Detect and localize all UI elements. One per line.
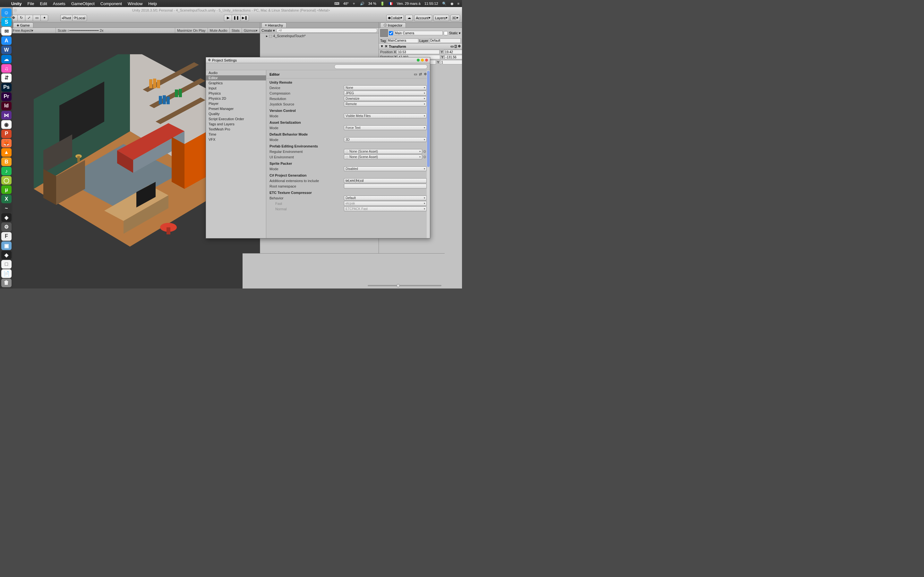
transform-tool[interactable]: ✦ bbox=[40, 15, 48, 21]
dock-app-icon[interactable]: µ bbox=[1, 185, 11, 194]
dock-app-icon[interactable]: ◉ bbox=[1, 120, 11, 129]
db-mode-dropdown[interactable]: 3D bbox=[344, 137, 427, 142]
game-tab[interactable]: ◈ Game bbox=[13, 23, 33, 27]
transform-header[interactable]: ▼ ⤧ Transform▭ ⍰ ✲ bbox=[379, 43, 462, 49]
inspector-tab[interactable]: ⓘ Inspector bbox=[380, 23, 406, 27]
project-settings-search[interactable] bbox=[334, 64, 427, 69]
dock-app-icon[interactable]: ▣ bbox=[1, 242, 11, 250]
dock-app-icon[interactable]: ◈ bbox=[1, 251, 11, 259]
settings-category-input[interactable]: Input bbox=[206, 85, 266, 91]
compression-dropdown[interactable]: JPEG bbox=[344, 91, 427, 95]
device-dropdown[interactable]: None bbox=[344, 85, 427, 90]
project-settings-titlebar[interactable]: ✲ Project Settings bbox=[206, 57, 430, 63]
keyboard-icon[interactable]: ⌨ bbox=[334, 2, 339, 6]
dock-app-icon[interactable]: ⋈ bbox=[1, 111, 11, 119]
spotlight-icon[interactable]: 🔍 bbox=[442, 2, 447, 6]
app-menu[interactable]: Unity bbox=[8, 1, 25, 6]
rect-tool[interactable]: ▭ bbox=[33, 15, 40, 21]
sp-mode-dropdown[interactable]: Disabled bbox=[344, 166, 427, 171]
static-checkbox[interactable] bbox=[444, 31, 448, 35]
dock-app-icon[interactable]: ⇵ bbox=[1, 73, 11, 82]
dock-app-icon[interactable]: S bbox=[1, 18, 11, 26]
dock-app-icon[interactable]: ▲ bbox=[1, 148, 11, 157]
menu-window[interactable]: Window bbox=[125, 1, 145, 6]
step-button[interactable]: ▶❚ bbox=[240, 15, 249, 21]
settings-category-quality[interactable]: Quality bbox=[206, 111, 266, 116]
play-button[interactable]: ▶ bbox=[224, 15, 232, 21]
etc-normal-dropdown[interactable]: ETCPACK Fast bbox=[344, 206, 427, 211]
project-settings-scrollbar[interactable] bbox=[427, 70, 430, 238]
menu-component[interactable]: Component bbox=[97, 1, 125, 6]
local-toggle[interactable]: ⟳ Local bbox=[72, 15, 87, 21]
layers-dropdown[interactable]: Layers ▾ bbox=[433, 15, 449, 21]
dock-app-icon[interactable]: □ bbox=[1, 260, 11, 269]
menu-edit[interactable]: Edit bbox=[37, 1, 50, 6]
vc-mode-dropdown[interactable]: Visible Meta Files bbox=[344, 113, 427, 118]
stats-toggle[interactable]: Stats bbox=[230, 28, 242, 33]
settings-category-player[interactable]: Player bbox=[206, 101, 266, 106]
dock-app-icon[interactable]: Id bbox=[1, 102, 11, 110]
menu-file[interactable]: File bbox=[25, 1, 37, 6]
dock-app-icon[interactable]: W bbox=[1, 45, 11, 54]
gizmos-dropdown[interactable]: Gizmos ▾ bbox=[242, 28, 260, 33]
settings-menu-icon[interactable]: ✲ bbox=[424, 72, 427, 76]
wifi-icon[interactable]: ᯤ bbox=[352, 2, 356, 5]
dock-app-icon[interactable]: 📄 bbox=[1, 269, 11, 278]
mute-toggle[interactable]: Mute Audio bbox=[208, 28, 230, 33]
maximize-toggle[interactable]: Maximize On Play bbox=[175, 28, 208, 33]
tag-dropdown[interactable]: MainCamera bbox=[387, 39, 418, 43]
settings-category-script-execution-order[interactable]: Script Execution Order bbox=[206, 116, 266, 121]
dock-app-icon[interactable]: B bbox=[1, 157, 11, 166]
scl-y[interactable] bbox=[440, 60, 462, 64]
dock-app-icon[interactable]: ♪ bbox=[1, 167, 11, 175]
settings-category-editor[interactable]: Editor bbox=[206, 75, 266, 81]
ui-env-picker[interactable]: ⊙ bbox=[422, 155, 427, 159]
gameobject-name-field[interactable] bbox=[394, 31, 443, 35]
input-flag[interactable]: 🇫🇷 bbox=[389, 2, 393, 6]
volume-icon[interactable]: 🔊 bbox=[360, 2, 365, 6]
dock-app-icon[interactable]: ◈ bbox=[1, 213, 11, 222]
settings-category-preset-manager[interactable]: Preset Manager bbox=[206, 106, 266, 111]
hierarchy-scene-root[interactable]: ▸ ⬚ 4_SceneInputTouch* bbox=[260, 33, 379, 39]
regular-env-field[interactable]: None (Scene Asset) bbox=[344, 149, 422, 154]
dock-app-icon[interactable]: ✉ bbox=[1, 27, 11, 35]
pos-x[interactable] bbox=[397, 50, 439, 54]
aspect-dropdown[interactable]: Free Aspect ▾ bbox=[11, 28, 56, 33]
dock-app-icon[interactable]: Pr bbox=[1, 92, 11, 101]
dock-app-icon[interactable]: ⚙ bbox=[1, 222, 11, 231]
notification-center-icon[interactable]: ≡ bbox=[457, 2, 459, 5]
help-icon[interactable]: ▭ bbox=[414, 72, 417, 76]
create-dropdown[interactable]: Create ▾ bbox=[262, 29, 275, 33]
layer-dropdown[interactable]: Default bbox=[429, 39, 461, 43]
dock-app-icon[interactable]: A bbox=[1, 36, 11, 45]
hierarchy-search[interactable] bbox=[276, 28, 377, 33]
siri-icon[interactable]: ◉ bbox=[451, 2, 454, 6]
collab-dropdown[interactable]: ◆ Collab ▾ bbox=[386, 15, 404, 21]
dock-app-icon[interactable]: P bbox=[1, 129, 11, 138]
ui-env-field[interactable]: None (Scene Asset) bbox=[344, 155, 422, 159]
menu-help[interactable]: Help bbox=[145, 1, 160, 6]
pivot-toggle[interactable]: ▪ Pivot bbox=[60, 15, 72, 21]
dock-app-icon[interactable]: F bbox=[1, 232, 11, 241]
joystick-dropdown[interactable]: Remote bbox=[344, 102, 427, 106]
dock-app-icon[interactable]: ☺ bbox=[1, 8, 11, 17]
as-mode-dropdown[interactable]: Force Text bbox=[344, 125, 427, 130]
etc-fast-dropdown[interactable]: etcpak bbox=[344, 201, 427, 206]
dock-app-icon[interactable]: X bbox=[1, 195, 11, 203]
ext-input[interactable] bbox=[344, 178, 427, 183]
settings-category-vfx[interactable]: VFX bbox=[206, 137, 266, 142]
battery-icon[interactable]: 🔋 bbox=[380, 2, 384, 6]
dock-app-icon[interactable]: 🗑 bbox=[1, 279, 11, 287]
regular-env-picker[interactable]: ⊙ bbox=[422, 149, 427, 153]
etc-behavior-dropdown[interactable]: Default bbox=[344, 195, 427, 200]
rootns-input[interactable] bbox=[344, 184, 427, 189]
dock-app-icon[interactable]: 🦊 bbox=[1, 139, 11, 147]
preset-icon[interactable]: ⇄ bbox=[419, 72, 422, 76]
dock-app-icon[interactable]: ♫ bbox=[1, 64, 11, 73]
gameobject-active-checkbox[interactable] bbox=[389, 31, 393, 35]
project-zoom-slider[interactable] bbox=[368, 284, 441, 287]
settings-category-time[interactable]: Time bbox=[206, 132, 266, 137]
dock-app-icon[interactable]: ☁ bbox=[1, 55, 11, 63]
scale-slider[interactable]: Scale ○━━━━━━━━━━━━━ 2x bbox=[56, 28, 175, 33]
rot-y[interactable] bbox=[445, 55, 462, 59]
